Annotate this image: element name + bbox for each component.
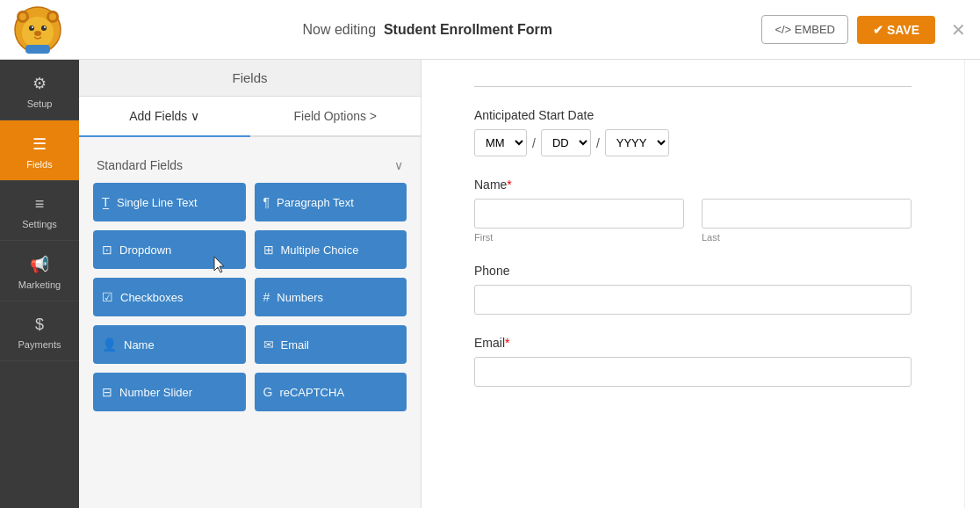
email-label: Email <box>281 338 310 352</box>
sidebar-item-label-settings: Settings <box>22 219 57 229</box>
name-required-star: * <box>507 178 511 192</box>
setup-icon: ⚙ <box>32 74 47 93</box>
numbers-icon: # <box>263 290 270 304</box>
fields-icon: ☰ <box>32 134 47 154</box>
tab-field-options[interactable]: Field Options > <box>250 97 422 137</box>
recaptcha-icon: G <box>263 385 273 399</box>
checkboxes-button[interactable]: ☑ Checkboxes <box>93 278 246 316</box>
form-name: Student Enrollment Form <box>384 22 552 37</box>
numbers-label: Numbers <box>277 291 323 304</box>
sidebar-item-payments[interactable]: $ Payments <box>0 301 79 361</box>
name-label: Name <box>124 338 155 352</box>
checkboxes-label: Checkboxes <box>120 291 184 304</box>
svg-point-3 <box>19 13 26 20</box>
anticipated-start-date-text: Anticipated Start Date <box>474 108 594 122</box>
settings-icon: ≡ <box>35 195 45 214</box>
sidebar-nav: ⚙ Setup ☰ Fields ≡ Settings 📢 Marketing … <box>0 60 79 508</box>
date-month-select[interactable]: MM <box>474 129 527 156</box>
sidebar-item-label-marketing: Marketing <box>18 279 61 290</box>
name-group: Name* First Last <box>474 178 912 243</box>
main-layout: ⚙ Setup ☰ Fields ≡ Settings 📢 Marketing … <box>0 60 980 508</box>
name-label: Name* <box>474 178 912 192</box>
svg-point-8 <box>32 26 33 28</box>
email-input[interactable] <box>474 357 912 387</box>
anticipated-start-date-label: Anticipated Start Date <box>474 108 912 122</box>
email-button[interactable]: ✉ Email <box>255 325 407 364</box>
name-button[interactable]: 👤 Name <box>93 325 246 364</box>
top-header: Now editing Student Enrollment Form </> … <box>0 0 980 60</box>
date-sep-2: / <box>596 136 600 150</box>
phone-label: Phone <box>474 264 912 278</box>
dropdown-label: Dropdown <box>119 243 171 257</box>
form-preview: Anticipated Start Date MM / DD / YYYY Na… <box>422 60 964 508</box>
number-slider-button[interactable]: ⊟ Number Slider <box>93 373 246 411</box>
sidebar-item-label-payments: Payments <box>18 339 61 350</box>
right-edge-panel <box>964 60 980 508</box>
fields-panel-header: Fields <box>79 60 421 97</box>
dropdown-icon: ⊡ <box>102 243 112 257</box>
editing-prefix: Now editing <box>302 22 376 37</box>
header-actions: </> EMBED ✔ SAVE ✕ <box>761 15 966 44</box>
sidebar-item-fields[interactable]: ☰ Fields <box>0 120 79 181</box>
form-divider-top <box>474 86 912 87</box>
multiple-choice-button[interactable]: ⊞ Multiple Choice <box>255 230 407 269</box>
chevron-down-icon: ∨ <box>394 158 403 172</box>
name-last-sub-label: Last <box>702 232 912 243</box>
sidebar-item-setup[interactable]: ⚙ Setup <box>0 60 79 120</box>
logo-area <box>14 6 93 54</box>
phone-label-text: Phone <box>474 264 509 278</box>
single-line-text-label: Single Line Text <box>117 196 198 209</box>
fields-panel: Fields Add Fields ∨ Field Options > Stan… <box>79 60 422 508</box>
numbers-button[interactable]: # Numbers <box>255 278 407 316</box>
close-button[interactable]: ✕ <box>951 19 966 40</box>
tab-field-options-label: Field Options > <box>293 109 377 123</box>
paragraph-text-button[interactable]: ¶ Paragraph Text <box>255 183 407 221</box>
name-first-input[interactable] <box>474 199 684 229</box>
standard-fields-label: Standard Fields <box>97 158 183 172</box>
email-label-text: Email <box>474 336 505 350</box>
name-first-sub-label: First <box>474 232 684 243</box>
standard-fields-section: Standard Fields ∨ <box>93 151 407 183</box>
multiple-choice-label: Multiple Choice <box>281 243 359 257</box>
save-button[interactable]: ✔ SAVE <box>857 16 935 44</box>
multiple-choice-icon: ⊞ <box>263 243 274 257</box>
svg-point-7 <box>41 25 47 31</box>
single-line-text-icon: T̲ <box>102 195 110 209</box>
name-first-col: First <box>474 199 684 243</box>
recaptcha-button[interactable]: G reCAPTCHA <box>255 373 407 411</box>
paragraph-text-label: Paragraph Text <box>277 196 354 209</box>
name-row: First Last <box>474 199 912 243</box>
name-icon: 👤 <box>102 337 117 352</box>
svg-point-6 <box>29 25 34 31</box>
field-buttons-grid: T̲ Single Line Text ¶ Paragraph Text ⊡ D… <box>93 183 407 411</box>
header-title: Now editing Student Enrollment Form <box>93 22 761 38</box>
sidebar-item-settings[interactable]: ≡ Settings <box>0 181 79 241</box>
svg-rect-11 <box>25 45 50 54</box>
email-required-star: * <box>505 336 509 350</box>
embed-button[interactable]: </> EMBED <box>761 15 848 44</box>
email-icon: ✉ <box>263 337 274 352</box>
phone-group: Phone <box>474 264 912 315</box>
paragraph-text-icon: ¶ <box>263 195 270 209</box>
date-year-select[interactable]: YYYY <box>605 129 669 156</box>
payments-icon: $ <box>35 316 44 334</box>
fields-content: Standard Fields ∨ T̲ Single Line Text ¶ … <box>79 137 421 508</box>
name-last-col: Last <box>702 199 912 243</box>
name-label-text: Name <box>474 178 507 192</box>
svg-point-10 <box>34 31 41 36</box>
tab-add-fields[interactable]: Add Fields ∨ <box>79 97 250 137</box>
sidebar-item-marketing[interactable]: 📢 Marketing <box>0 241 79 301</box>
checkboxes-icon: ☑ <box>102 290 113 304</box>
number-slider-label: Number Slider <box>119 386 192 399</box>
single-line-text-button[interactable]: T̲ Single Line Text <box>93 183 246 221</box>
date-day-select[interactable]: DD <box>541 129 591 156</box>
date-sep-1: / <box>532 136 536 150</box>
logo-icon <box>14 6 61 54</box>
tab-bar: Add Fields ∨ Field Options > <box>79 97 421 137</box>
panel-header-label: Fields <box>232 70 267 85</box>
tab-add-fields-label: Add Fields ∨ <box>129 109 199 123</box>
dropdown-button[interactable]: ⊡ Dropdown <box>93 230 246 269</box>
email-label: Email* <box>474 336 912 350</box>
phone-input[interactable] <box>474 285 912 315</box>
name-last-input[interactable] <box>702 199 912 229</box>
